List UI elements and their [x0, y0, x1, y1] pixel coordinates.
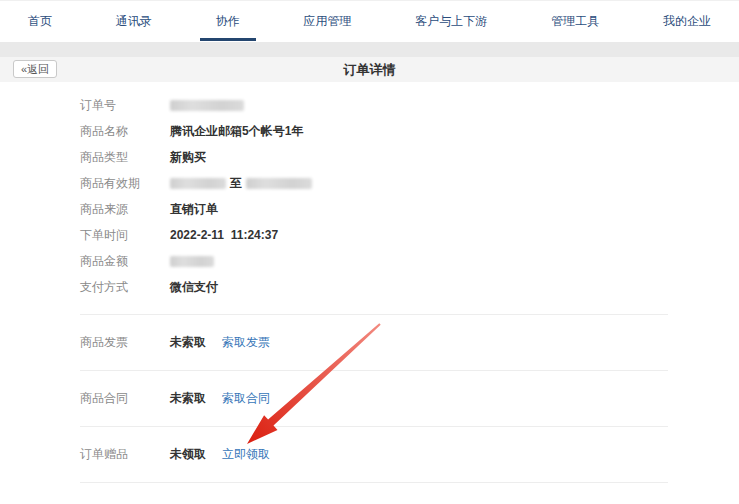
page-title: 订单详情 [344, 61, 396, 79]
order-number-redacted-value [170, 100, 244, 111]
order-number-row: 订单号 [80, 92, 668, 118]
back-button[interactable]: «返回 [13, 60, 57, 78]
order-time-value: 2022-2-11 11:24:37 [170, 228, 278, 242]
invoice-section: 商品发票 未索取 索取发票 [80, 315, 668, 371]
order-detail-form: 订单号 商品名称 腾讯企业邮箱5个帐号1年 商品类型 新购买 商品有效期 至 商… [80, 82, 668, 483]
order-detail-page: { "nav": { "items": [ {"label": "首页"}, {… [0, 0, 739, 504]
gift-label: 订单赠品 [80, 446, 170, 463]
request-invoice-link[interactable]: 索取发票 [222, 334, 270, 351]
validity-to-text: 至 [230, 175, 242, 192]
validity-period-row: 商品有效期 至 [80, 170, 668, 196]
payment-method-label: 支付方式 [80, 279, 170, 296]
claim-gift-link[interactable]: 立即领取 [222, 446, 270, 463]
order-time-label: 下单时间 [80, 227, 170, 244]
nav-item-customers[interactable]: 客户与上下游 [411, 1, 491, 42]
product-type-value: 新购买 [170, 149, 206, 166]
order-time-row: 下单时间 2022-2-11 11:24:37 [80, 222, 668, 248]
nav-item-app-management[interactable]: 应用管理 [299, 1, 355, 42]
top-nav: 首页 通讯录 协作 应用管理 客户与上下游 管理工具 我的企业 [0, 1, 739, 42]
product-name-value: 腾讯企业邮箱5个帐号1年 [170, 123, 303, 140]
order-number-label: 订单号 [80, 97, 170, 114]
validity-period-label: 商品有效期 [80, 175, 170, 192]
validity-end-redacted-value [246, 178, 312, 189]
payment-method-row: 支付方式 微信支付 [80, 274, 668, 300]
gift-status: 未领取 [170, 446, 206, 463]
product-name-row: 商品名称 腾讯企业邮箱5个帐号1年 [80, 118, 668, 144]
title-bar: «返回 订单详情 [0, 57, 739, 82]
nav-item-my-company[interactable]: 我的企业 [659, 1, 715, 42]
nav-item-home[interactable]: 首页 [24, 1, 56, 42]
contract-label: 商品合同 [80, 390, 170, 407]
divider-strip [0, 42, 739, 57]
product-type-label: 商品类型 [80, 149, 170, 166]
product-source-value: 直销订单 [170, 201, 218, 218]
gift-section: 订单赠品 未领取 立即领取 [80, 427, 668, 483]
invoice-label: 商品发票 [80, 334, 170, 351]
payment-method-value: 微信支付 [170, 279, 218, 296]
product-source-label: 商品来源 [80, 201, 170, 218]
nav-item-collaboration[interactable]: 协作 [212, 1, 244, 42]
product-amount-redacted-value [170, 256, 214, 267]
contract-status: 未索取 [170, 390, 206, 407]
product-source-row: 商品来源 直销订单 [80, 196, 668, 222]
product-amount-row: 商品金额 [80, 248, 668, 274]
validity-start-redacted-value [170, 178, 226, 189]
nav-item-admin-tools[interactable]: 管理工具 [547, 1, 603, 42]
product-amount-label: 商品金额 [80, 253, 170, 270]
product-name-label: 商品名称 [80, 123, 170, 140]
nav-item-contacts[interactable]: 通讯录 [112, 1, 156, 42]
contract-section: 商品合同 未索取 索取合同 [80, 371, 668, 427]
product-type-row: 商品类型 新购买 [80, 144, 668, 170]
invoice-status: 未索取 [170, 334, 206, 351]
request-contract-link[interactable]: 索取合同 [222, 390, 270, 407]
